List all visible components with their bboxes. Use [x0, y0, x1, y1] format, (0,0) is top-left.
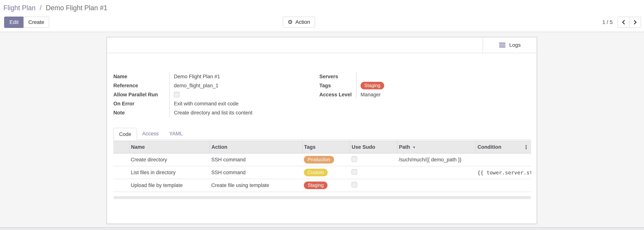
cell-tags: Staging — [302, 179, 350, 192]
cell-condition — [476, 153, 531, 166]
field-value-allow-parallel-run — [169, 90, 319, 99]
cell-handle — [114, 166, 129, 179]
table-header-row: NameActionTagsUse SudoPath▼Condition⋮ — [114, 141, 531, 153]
field-label-note: Note — [114, 110, 169, 116]
column-header-condition[interactable]: Condition⋮ — [476, 141, 531, 153]
pager: 1 / 5 — [602, 17, 641, 28]
edit-button[interactable]: Edit — [4, 17, 24, 28]
tag-badge: Production — [304, 156, 334, 163]
cell-name: Upload file by template — [129, 179, 210, 192]
tag-badge: Custom — [304, 169, 328, 176]
logs-button[interactable]: Logs — [482, 37, 537, 53]
cell-action: SSH command — [210, 153, 302, 166]
record-form: NameDemo Flight Plan #1Referencedemo_fli… — [107, 53, 537, 117]
use-sudo-checkbox — [352, 182, 357, 188]
field-value-name: Demo Flight Plan #1 — [169, 72, 319, 81]
field-value-note: Create directory and list its content — [169, 108, 319, 117]
field-label-access-level: Access Level — [319, 92, 356, 98]
tag-badge: Staging — [360, 82, 384, 89]
cell-path: /such/much/{{ demo_path }} — [397, 153, 476, 166]
use-sudo-checkbox — [352, 156, 357, 162]
action-button-label: Action — [295, 19, 310, 25]
cell-handle — [114, 179, 129, 192]
cell-name: Create directory — [129, 153, 210, 166]
column-label: Condition — [478, 144, 501, 150]
form-row-allow-parallel-run: Allow Parallel Run — [114, 90, 319, 99]
field-label-tags: Tags — [319, 83, 356, 89]
use-sudo-checkbox — [352, 169, 357, 175]
column-header-name[interactable]: Name — [129, 141, 210, 153]
breadcrumb-current: Demo Flight Plan #1 — [46, 4, 107, 12]
cell-use-sudo — [350, 153, 397, 166]
form-row-note: NoteCreate directory and list its conten… — [114, 108, 319, 117]
cell-use-sudo — [350, 166, 397, 179]
form-group-right: ServersTagsStagingAccess LevelManager — [319, 72, 537, 117]
form-row-tags: TagsStaging — [319, 81, 537, 90]
field-label-reference: Reference — [114, 83, 169, 89]
pager-count: 1 / 5 — [602, 19, 613, 25]
control-panel: Flight Plan / Demo Flight Plan #1 Edit C… — [0, 0, 644, 32]
table-row[interactable]: Create directorySSH commandProduction/su… — [114, 153, 531, 166]
field-value-access-level: Manager — [356, 90, 537, 99]
notebook-tabs: CodeAccessYAML — [114, 128, 531, 140]
form-row-reference: Referencedemo_flight_plan_1 — [114, 81, 319, 90]
table-row[interactable]: List files in directorySSH commandCustom… — [114, 166, 531, 179]
column-header-blank — [114, 141, 129, 153]
cell-action: SSH command — [210, 166, 302, 179]
pager-next-button[interactable] — [629, 17, 640, 27]
breadcrumb-link[interactable]: Flight Plan — [4, 4, 36, 12]
form-row-access-level: Access LevelManager — [319, 90, 537, 99]
chevron-left-icon — [622, 20, 626, 24]
tab-yaml[interactable]: YAML — [164, 128, 188, 139]
column-header-action[interactable]: Action — [210, 141, 302, 153]
field-label-servers: Servers — [319, 74, 356, 80]
cell-name: List files in directory — [129, 166, 210, 179]
column-label: Tags — [304, 144, 316, 150]
field-label-on-error: On Error — [114, 101, 169, 107]
gear-icon: ⚙ — [288, 19, 293, 25]
cell-condition: {{ tower.server.sta — [476, 166, 531, 179]
card-header: Logs — [107, 37, 537, 53]
form-row-servers: Servers — [319, 72, 537, 81]
cell-tags: Production — [302, 153, 350, 166]
cell-condition — [476, 179, 531, 192]
steps-table: NameActionTagsUse SudoPath▼Condition⋮ Cr… — [114, 141, 531, 192]
horizontal-scrollbar[interactable] — [114, 196, 531, 199]
chevron-right-icon — [633, 20, 637, 24]
hamburger-icon — [499, 43, 506, 47]
cell-path — [397, 166, 476, 179]
field-value-on-error: Exit with command exit code — [169, 99, 319, 108]
column-label: Name — [131, 144, 145, 150]
create-button[interactable]: Create — [24, 17, 49, 28]
cell-tags: Custom — [302, 166, 350, 179]
sort-desc-icon: ▼ — [413, 146, 416, 149]
page: Flight Plan / Demo Flight Plan #1 Edit C… — [0, 0, 644, 230]
tab-access[interactable]: Access — [137, 128, 164, 139]
pager-previous-button[interactable] — [618, 17, 629, 27]
breadcrumb-separator: / — [40, 4, 42, 12]
field-value-tags: Staging — [356, 81, 537, 90]
form-row-name: NameDemo Flight Plan #1 — [114, 72, 319, 81]
column-header-use-sudo[interactable]: Use Sudo — [350, 141, 397, 153]
allow-parallel-run-checkbox — [174, 92, 180, 98]
cell-handle — [114, 153, 129, 166]
cell-use-sudo — [350, 179, 397, 192]
footer-strip — [0, 227, 644, 230]
column-header-tags[interactable]: Tags — [302, 141, 350, 153]
action-button[interactable]: ⚙ Action — [283, 17, 315, 27]
field-value-servers — [356, 72, 537, 81]
column-header-path[interactable]: Path▼ — [397, 141, 476, 153]
field-label-name: Name — [114, 74, 169, 80]
column-label: Use Sudo — [352, 144, 375, 150]
optional-columns-icon[interactable]: ⋮ — [524, 144, 529, 150]
table-row[interactable]: Upload file by templateCreate file using… — [114, 179, 531, 192]
tab-code[interactable]: Code — [114, 128, 137, 140]
form-row-on-error: On ErrorExit with command exit code — [114, 99, 319, 108]
logs-button-label: Logs — [509, 42, 521, 48]
tag-badge: Staging — [304, 182, 328, 189]
breadcrumb: Flight Plan / Demo Flight Plan #1 — [4, 3, 107, 12]
field-label-allow-parallel-run: Allow Parallel Run — [114, 92, 169, 98]
form-group-left: NameDemo Flight Plan #1Referencedemo_fli… — [114, 72, 319, 117]
column-label: Action — [212, 144, 227, 150]
pager-buttons — [618, 17, 641, 28]
